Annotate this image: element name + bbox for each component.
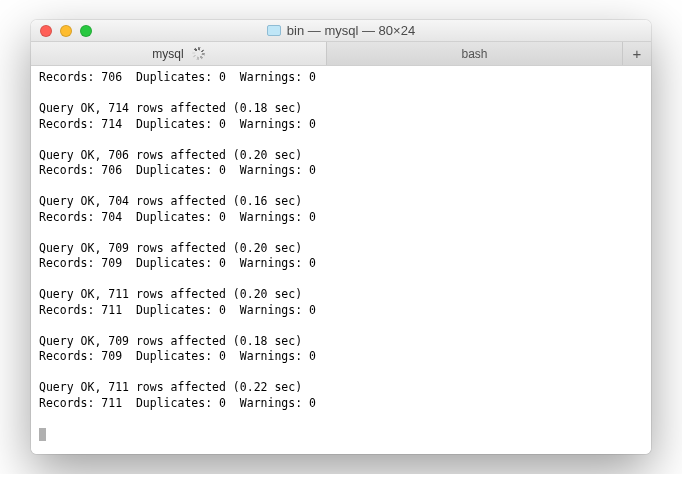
terminal-window: bin — mysql — 80×24 mysql bash + Records…: [31, 20, 651, 454]
terminal-output[interactable]: Records: 706 Duplicates: 0 Warnings: 0 Q…: [31, 66, 651, 454]
window-controls: [31, 25, 92, 37]
tab-bar: mysql bash +: [31, 42, 651, 66]
zoom-icon[interactable]: [80, 25, 92, 37]
tab-bash[interactable]: bash: [327, 42, 623, 65]
tab-label: bash: [461, 47, 487, 61]
tab-label: mysql: [152, 47, 183, 61]
tab-mysql[interactable]: mysql: [31, 42, 327, 65]
window-title-text: bin — mysql — 80×24: [287, 23, 415, 38]
plus-icon: +: [633, 45, 642, 62]
titlebar[interactable]: bin — mysql — 80×24: [31, 20, 651, 42]
folder-icon: [267, 25, 281, 36]
new-tab-button[interactable]: +: [623, 42, 651, 65]
window-title: bin — mysql — 80×24: [31, 23, 651, 38]
cursor: [39, 428, 46, 441]
spinner-icon: [192, 47, 205, 60]
close-icon[interactable]: [40, 25, 52, 37]
minimize-icon[interactable]: [60, 25, 72, 37]
